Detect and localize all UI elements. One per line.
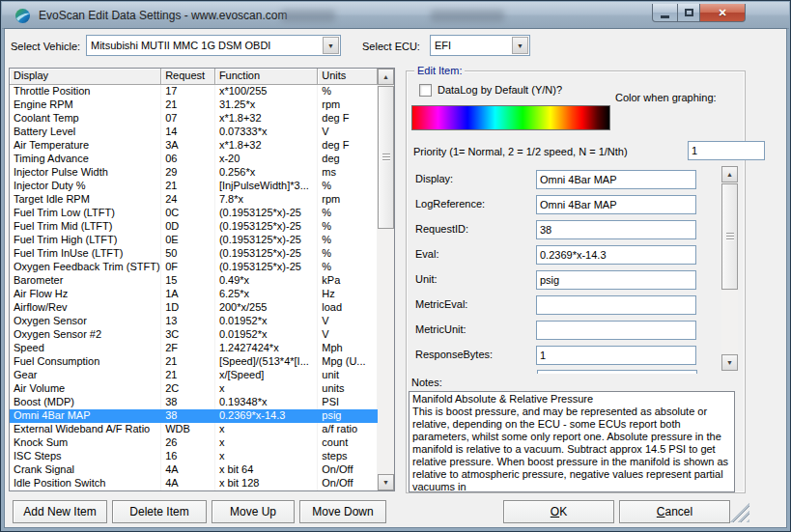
thumb-grip-icon: [382, 154, 390, 161]
table-row[interactable]: Timing Advance06x-20deg: [10, 153, 378, 166]
graph-color-picker[interactable]: [411, 105, 610, 130]
column-header-function[interactable]: Function: [215, 69, 318, 85]
table-row[interactable]: Fuel Trim Mid (LTFT)0D(0.1953125*x)-25%: [10, 220, 378, 234]
ecu-combobox[interactable]: EFI ▼: [430, 35, 530, 56]
table-row[interactable]: Gear21x/[Speed]unit: [10, 369, 378, 382]
add-new-item-button[interactable]: Add New Item: [13, 500, 107, 523]
table-row[interactable]: Fuel Consumption21[Speed]/(513*4*[I...Mp…: [10, 355, 378, 369]
table-cell: 0.2369*x-14.3: [215, 409, 318, 423]
ok-button[interactable]: OK: [503, 500, 614, 523]
table-row[interactable]: Air Volume2Cxunits: [10, 382, 378, 396]
table-cell: 26: [161, 436, 215, 450]
table-cell: kPa: [318, 274, 378, 288]
table-row[interactable]: Injector Duty %21[InjPulseWidth]*3...%: [10, 180, 378, 193]
unit-field[interactable]: [536, 270, 696, 290]
column-header-display[interactable]: Display: [10, 69, 161, 85]
table-row[interactable]: External Wideband A/F RatioWDBxa/f ratio: [10, 423, 378, 436]
column-header-units[interactable]: Units: [318, 69, 378, 85]
column-header-request[interactable]: Request: [161, 69, 215, 85]
scroll-down-icon[interactable]: ▼: [378, 474, 394, 490]
table-row[interactable]: Crank Signal4Ax bit 64On/Off: [10, 463, 378, 477]
table-cell: [InjPulseWidth]*3...: [215, 180, 318, 193]
maximize-icon: [685, 9, 693, 16]
table-row[interactable]: Air Flow Hz1A6.25*xHz: [10, 288, 378, 301]
table-row[interactable]: Engine RPM2131.25*xrpm: [10, 98, 378, 112]
metricunit-row: MetricUnit:: [408, 320, 721, 345]
table-row[interactable]: Battery Level140.07333*xV: [10, 126, 378, 139]
table-cell: %: [318, 261, 378, 274]
form-scrollbar-thumb[interactable]: [721, 183, 738, 290]
table-cell: Airflow/Rev: [10, 301, 161, 315]
table-cell: On/Off: [318, 477, 378, 490]
close-button[interactable]: ✕: [700, 4, 746, 22]
metriceval-field[interactable]: [536, 295, 696, 315]
move-down-button[interactable]: Move Down: [299, 500, 386, 523]
table-row[interactable]: Boost (MDP)380.19348*xPSI: [10, 396, 378, 409]
table-row[interactable]: Fuel Trim InUse (LTFT)50(0.1953125*x)-25…: [10, 247, 378, 261]
table-scrollbar[interactable]: ▲ ▼: [378, 69, 394, 490]
logreference-field[interactable]: [536, 195, 696, 214]
table-row[interactable]: Target Idle RPM247.8*xrpm: [10, 193, 378, 207]
table-row[interactable]: Fuel Trim High (LTFT)0E(0.1953125*x)-25%: [10, 234, 378, 247]
table-row[interactable]: Air Temperature3Ax*1.8+32deg F: [10, 139, 378, 153]
responsebytes-field[interactable]: [536, 346, 696, 365]
table-cell: Battery Level: [10, 126, 161, 139]
priority-field[interactable]: [688, 141, 765, 160]
table-row[interactable]: Omni 4Bar MAP380.2369*x-14.3psig: [10, 409, 378, 423]
scroll-up-icon[interactable]: ▲: [721, 166, 738, 182]
chevron-down-icon[interactable]: ▼: [323, 37, 339, 54]
eval-field[interactable]: [536, 245, 696, 265]
table-row[interactable]: Throttle Position17x*100/255%: [10, 85, 378, 98]
table-row[interactable]: Idle Position Switch4Ax bit 128On/Off: [10, 477, 378, 490]
table-cell: 3C: [161, 328, 215, 342]
table-cell: 0.01952*x: [215, 328, 318, 342]
table-cell: 0.01952*x: [215, 315, 318, 328]
metriceval-row: MetricEval:: [408, 294, 721, 320]
table-cell: 0C: [161, 207, 215, 220]
table-row[interactable]: Airflow/Rev1D200*x/255load: [10, 301, 378, 315]
unit-label: Unit:: [415, 273, 438, 285]
table-row[interactable]: Speed2F1.2427424*xMph: [10, 342, 378, 355]
table-cell: deg: [318, 153, 378, 166]
scroll-up-icon[interactable]: ▲: [378, 69, 394, 85]
table-cell: 16: [161, 450, 215, 463]
maximize-button[interactable]: [678, 4, 700, 22]
table-cell: 14: [161, 126, 215, 139]
vehicle-combobox[interactable]: Mitsubishi MUTII MMC 1G DSM OBDI ▼: [86, 35, 341, 56]
requestid-field[interactable]: [536, 220, 696, 239]
notes-textarea[interactable]: Manifold Absolute & Relative Pressure Th…: [409, 391, 735, 492]
cancel-button[interactable]: Cancel: [619, 500, 730, 523]
table-cell: 0D: [161, 220, 215, 234]
table-row[interactable]: Fuel Trim Low (LTFT)0C(0.1953125*x)-25%: [10, 207, 378, 220]
table-cell: 21: [161, 369, 215, 382]
table-row[interactable]: Oxygen Sensor #23C0.01952*xV: [10, 328, 378, 342]
table-row[interactable]: Oxygen Sensor130.01952*xV: [10, 315, 378, 328]
titlebar[interactable]: EvoScan Edit Data Settings - www.evoscan…: [2, 2, 789, 29]
table-row[interactable]: Oxygen Feedback Trim (STFT)0F(0.1953125*…: [10, 261, 378, 274]
table-row[interactable]: Injector Pulse Width290.256*xms: [10, 166, 378, 180]
delete-item-button[interactable]: Delete Item: [112, 500, 207, 523]
table-cell: On/Off: [318, 463, 378, 477]
minimize-button[interactable]: [652, 4, 678, 22]
move-up-button[interactable]: Move Up: [212, 500, 295, 523]
table-row[interactable]: ISC Steps16xsteps: [10, 450, 378, 463]
table-cell: (0.1953125*x)-25: [215, 247, 318, 261]
metricunit-field[interactable]: [536, 321, 696, 340]
datalog-default-checkbox[interactable]: [419, 84, 432, 97]
table-row[interactable]: Barometer150.49*xkPa: [10, 274, 378, 288]
table-cell: 07: [161, 112, 215, 126]
window-controls: ✕: [652, 4, 746, 22]
table-cell: 13: [161, 315, 215, 328]
display-field[interactable]: [536, 170, 696, 189]
table-cell: 0E: [161, 234, 215, 247]
table-cell: (0.1953125*x)-25: [215, 234, 318, 247]
form-scrollbar[interactable]: ▲ ▼: [721, 166, 738, 371]
scroll-down-icon[interactable]: ▼: [721, 354, 738, 371]
table-row[interactable]: Knock Sum26xcount: [10, 436, 378, 450]
logreference-row: LogReference:: [408, 194, 721, 219]
chevron-down-icon[interactable]: ▼: [512, 37, 528, 54]
table-cell: Boost (MDP): [10, 396, 161, 409]
table-row[interactable]: Coolant Temp07x*1.8+32deg F: [10, 112, 378, 126]
table-cell: 50: [161, 247, 215, 261]
table-scrollbar-thumb[interactable]: [378, 86, 394, 229]
